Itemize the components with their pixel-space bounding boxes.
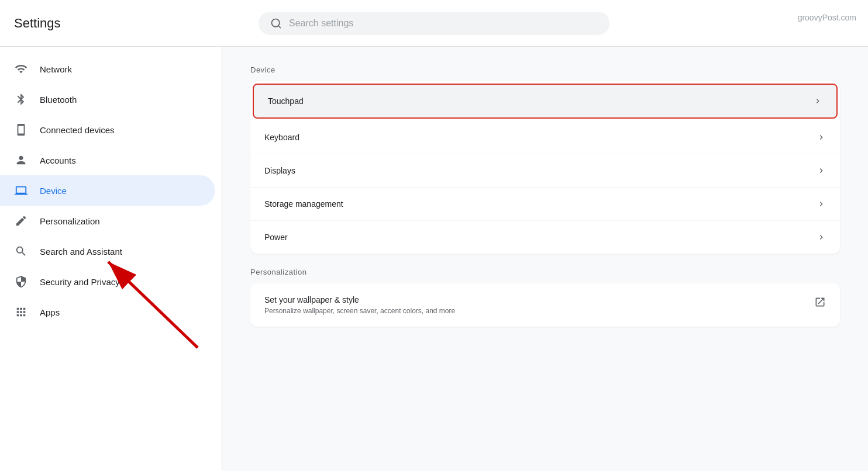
sidebar-search-label: Search and Assistant (40, 247, 122, 257)
search-bar-container: Search settings (259, 12, 609, 35)
shield-icon (14, 275, 28, 289)
search-placeholder-text: Search settings (289, 18, 353, 29)
sidebar-network-label: Network (40, 64, 72, 74)
sidebar-connected-label: Connected devices (40, 125, 115, 135)
wallpaper-title: Set your wallpaper & style (264, 295, 814, 304)
watermark-text: groovyPost.com (798, 13, 856, 22)
sidebar-item-personalization[interactable]: Personalization (0, 206, 215, 236)
sidebar-apps-label: Apps (40, 307, 60, 317)
sidebar-item-connected-devices[interactable]: Connected devices (0, 115, 215, 145)
search-bar[interactable]: Search settings (259, 12, 609, 35)
storage-label: Storage management (264, 199, 817, 209)
person-icon (14, 153, 28, 167)
wifi-icon (14, 62, 28, 76)
settings-item-power[interactable]: Power (250, 221, 840, 254)
sidebar-item-apps[interactable]: Apps (0, 297, 215, 327)
sidebar-bluetooth-label: Bluetooth (40, 95, 77, 105)
sidebar-accounts-label: Accounts (40, 155, 76, 165)
main-layout: Network Bluetooth Connected devices (0, 47, 868, 471)
laptop-icon (14, 183, 28, 198)
settings-item-storage[interactable]: Storage management (250, 188, 840, 221)
page-title: Settings (14, 16, 61, 31)
grid-icon (14, 305, 28, 319)
sidebar: Network Bluetooth Connected devices (0, 47, 222, 471)
sidebar-device-label: Device (40, 186, 67, 196)
search-small-icon (14, 244, 28, 258)
edit-icon (14, 214, 28, 228)
power-label: Power (264, 233, 817, 242)
sidebar-item-device[interactable]: Device (0, 175, 215, 206)
displays-label: Displays (264, 166, 817, 175)
search-icon (270, 18, 282, 29)
touchpad-chevron-icon (813, 96, 822, 106)
settings-item-displays[interactable]: Displays (250, 154, 840, 188)
sidebar-item-security-privacy[interactable]: Security and Privacy (0, 266, 215, 297)
displays-chevron-icon (817, 166, 826, 175)
settings-item-touchpad[interactable]: Touchpad (253, 84, 838, 119)
phone-icon (14, 123, 28, 137)
wallpaper-subtitle: Personalize wallpaper, screen saver, acc… (264, 307, 814, 315)
storage-chevron-icon (817, 199, 826, 209)
settings-item-wallpaper[interactable]: Set your wallpaper & style Personalize w… (250, 283, 840, 327)
sidebar-item-accounts[interactable]: Accounts (0, 145, 215, 175)
power-chevron-icon (817, 233, 826, 242)
sidebar-item-network[interactable]: Network (0, 54, 215, 84)
device-settings-list: Touchpad Keyboard Displays (250, 81, 840, 254)
personalization-section-title: Personalization (250, 268, 840, 276)
device-section-title: Device (250, 65, 840, 74)
sidebar-personalization-label: Personalization (40, 216, 100, 226)
touchpad-label: Touchpad (268, 96, 813, 106)
sidebar-item-search-assistant[interactable]: Search and Assistant (0, 236, 215, 266)
sidebar-item-bluetooth[interactable]: Bluetooth (0, 84, 215, 115)
wallpaper-text-block: Set your wallpaper & style Personalize w… (264, 295, 814, 315)
personalization-settings-list: Set your wallpaper & style Personalize w… (250, 283, 840, 327)
settings-item-keyboard[interactable]: Keyboard (250, 121, 840, 154)
keyboard-chevron-icon (817, 133, 826, 142)
keyboard-label: Keyboard (264, 133, 817, 142)
external-link-icon (814, 296, 826, 308)
sidebar-security-label: Security and Privacy (40, 277, 120, 287)
bluetooth-icon (14, 92, 28, 106)
header: Settings Search settings groovyPost.com (0, 0, 868, 47)
main-content: Device Touchpad Keyboard Displays (222, 47, 868, 471)
svg-line-1 (278, 25, 281, 27)
